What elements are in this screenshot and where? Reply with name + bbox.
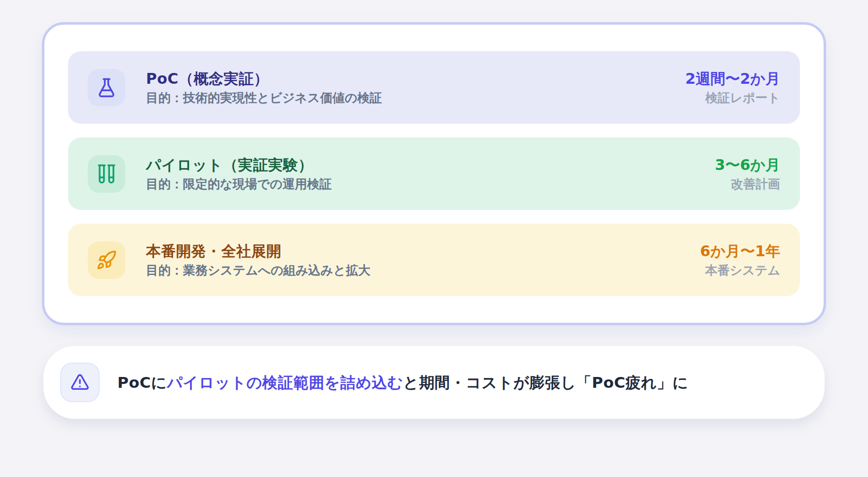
stage-text-block: PoC（概念実証） 目的：技術的実現性とビジネス価値の検証 bbox=[146, 70, 674, 105]
stage-deliverable: 本番システム bbox=[705, 264, 780, 277]
stage-purpose: 目的：技術的実現性とビジネス価値の検証 bbox=[146, 91, 674, 105]
stage-purpose: 目的：限定的な現場での運用検証 bbox=[146, 177, 703, 191]
warning-text-after: と期間・コストが膨張し「PoC疲れ」に bbox=[403, 374, 688, 391]
stage-purpose: 目的：業務システムへの組み込みと拡大 bbox=[146, 264, 688, 277]
stage-title: PoC（概念実証） bbox=[146, 70, 674, 87]
stage-duration: 6か月〜1年 bbox=[700, 243, 780, 259]
stage-deliverable: 検証レポート bbox=[705, 91, 780, 105]
test-tubes-icon bbox=[96, 164, 117, 184]
stage-duration: 3〜6か月 bbox=[715, 157, 780, 173]
alert-triangle-icon bbox=[70, 373, 90, 392]
stage-title: 本番開発・全社展開 bbox=[146, 243, 688, 259]
stage-icon-chip bbox=[88, 241, 125, 279]
stage-title: パイロット（実証実験） bbox=[146, 157, 703, 173]
warning-note-card: PoCにパイロットの検証範囲を詰め込むと期間・コストが膨張し「PoC疲れ」に bbox=[43, 346, 825, 419]
stages-panel: PoC（概念実証） 目的：技術的実現性とビジネス価値の検証 2週間〜2か月 検証… bbox=[42, 22, 826, 325]
warning-icon-chip bbox=[60, 363, 100, 402]
stage-icon-chip bbox=[88, 155, 125, 193]
stage-text-block: パイロット（実証実験） 目的：限定的な現場での運用検証 bbox=[146, 157, 703, 191]
stage-card-production: 本番開発・全社展開 目的：業務システムへの組み込みと拡大 6か月〜1年 本番シス… bbox=[68, 224, 800, 296]
stage-icon-chip bbox=[88, 69, 125, 106]
stage-card-poc: PoC（概念実証） 目的：技術的実現性とビジネス価値の検証 2週間〜2か月 検証… bbox=[68, 51, 800, 124]
stage-duration: 2週間〜2か月 bbox=[686, 70, 780, 87]
warning-text-highlight: パイロットの検証範囲を詰め込む bbox=[167, 374, 403, 391]
flask-icon bbox=[96, 77, 117, 98]
warning-text: PoCにパイロットの検証範囲を詰め込むと期間・コストが膨張し「PoC疲れ」に bbox=[117, 373, 688, 392]
stage-text-block: 本番開発・全社展開 目的：業務システムへの組み込みと拡大 bbox=[146, 243, 688, 277]
stage-side-block: 2週間〜2か月 検証レポート bbox=[686, 70, 780, 105]
stage-side-block: 6か月〜1年 本番システム bbox=[700, 243, 780, 277]
rocket-icon bbox=[96, 250, 117, 271]
stage-card-pilot: パイロット（実証実験） 目的：限定的な現場での運用検証 3〜6か月 改善計画 bbox=[68, 137, 800, 210]
warning-text-before: PoCに bbox=[117, 374, 167, 391]
stage-side-block: 3〜6か月 改善計画 bbox=[715, 157, 780, 191]
stage-deliverable: 改善計画 bbox=[731, 177, 780, 191]
